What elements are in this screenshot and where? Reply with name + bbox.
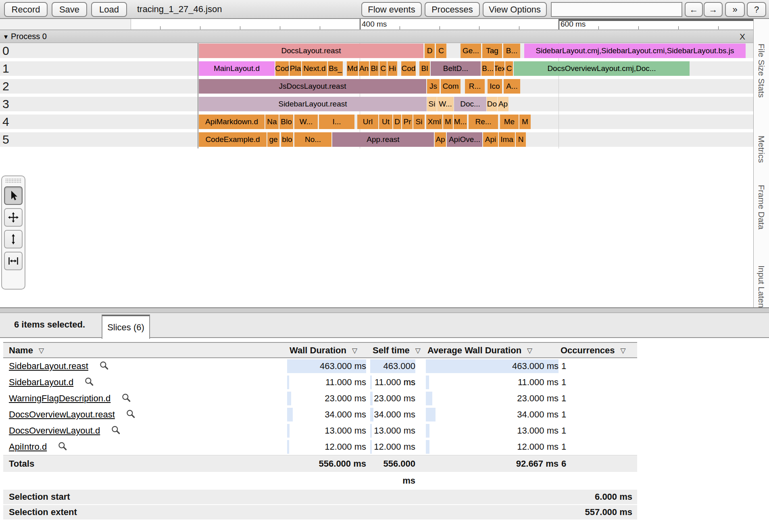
trace-slice[interactable]: Tex [495,61,504,76]
column-header-wall-duration[interactable]: Wall Duration▽ [290,343,357,358]
magnifier-button[interactable] [125,409,136,421]
record-button[interactable]: Record [4,2,48,17]
palette-drag-handle[interactable] [6,179,21,184]
processes-button[interactable]: Processes [425,2,480,17]
tab-slices[interactable]: Slices (6) [102,315,150,339]
panel-splitter[interactable] [0,307,769,313]
trace-slice[interactable]: BeltD... [431,61,481,76]
trace-slice[interactable]: Na [265,115,279,129]
side-tab-file-size-stats[interactable]: File Size Stats [756,44,766,98]
trace-slice[interactable]: Url [357,115,378,129]
trace-slice[interactable]: Do [487,97,497,111]
trace-slice[interactable]: Bl [419,61,430,76]
trace-slice[interactable]: Ico [488,79,502,94]
sort-icon[interactable]: ▽ [415,346,421,355]
timing-tool-button[interactable] [4,252,23,270]
magnifier-button[interactable] [121,392,131,405]
find-previous-button[interactable]: ← [685,2,703,17]
pan-tool-button[interactable] [4,208,23,227]
column-header-self-time[interactable]: Self time▽ [373,343,421,358]
magnifier-button[interactable] [84,376,94,388]
trace-slice[interactable]: Cod [275,61,289,76]
close-process-button[interactable]: X [740,32,745,42]
trace-slice[interactable]: Me [500,115,519,129]
trace-slice[interactable]: Doc... [454,97,486,111]
trace-slice[interactable]: ApiOve... [447,132,482,147]
slice-name-link[interactable]: ApiIntro.d [9,442,47,452]
interest-range-bar[interactable] [559,19,753,21]
trace-slice[interactable]: Ap [498,97,508,111]
magnifier-button[interactable] [57,441,68,453]
trace-slice[interactable]: M [443,115,453,129]
column-header-average-wall-duration[interactable]: Average Wall Duration▽ [427,343,532,358]
trace-slice[interactable]: blo [281,132,293,147]
trace-slice[interactable]: Xml [426,115,442,129]
trace-slice[interactable]: Md [347,61,358,76]
trace-slice[interactable]: C [505,61,513,76]
trace-slice[interactable]: A... [504,79,520,94]
find-next-button[interactable]: → [704,2,723,17]
selection-tool-button[interactable] [4,186,23,205]
view-options-button[interactable]: View Options [483,2,547,17]
column-header-name[interactable]: Name▽ [9,343,44,358]
trace-slice[interactable]: Next.d [302,61,327,76]
slice-name-link[interactable]: DocsOverviewLayout.reast [9,409,115,420]
sort-icon[interactable]: ▽ [352,346,357,355]
magnifier-button[interactable] [99,360,109,372]
trace-slice[interactable]: No... [294,132,331,147]
trace-slice[interactable]: Bl [370,61,379,76]
trace-slice[interactable]: Si [427,97,437,111]
slice-name-link[interactable]: SidebarLayout.reast [9,361,88,371]
trace-slice[interactable]: Com [441,79,461,94]
trace-slice[interactable]: Bs_ [328,61,343,76]
trace-slice[interactable]: R... [465,79,485,94]
trace-slice[interactable]: SidebarLayout.cmj,SidebarLayout.cmi,Side… [524,44,746,58]
trace-slice[interactable]: D [425,44,435,58]
trace-slice[interactable]: N [516,132,526,147]
sort-icon[interactable]: ▽ [527,346,532,355]
trace-slice[interactable]: Hi [388,61,397,76]
trace-slice[interactable]: D [393,115,401,129]
trace-slice[interactable]: ApiMarkdown.d [199,115,265,129]
trace-slice[interactable]: DocsLayout.reast [199,44,423,58]
slice-name-link[interactable]: SidebarLayout.d [9,377,73,388]
flow-events-button[interactable]: Flow events [361,2,422,17]
slice-name-link[interactable]: DocsOverviewLayout.d [9,426,100,436]
slice-name-link[interactable]: WarningFlagDescription.d [9,393,110,404]
trace-slice[interactable]: MainLayout.d [199,61,275,76]
column-header-occurrences[interactable]: Occurrences▽ [561,343,626,358]
trace-slice[interactable]: M [519,115,531,129]
trace-slice[interactable]: ge [267,132,279,147]
trace-slice[interactable]: C [379,61,387,76]
trace-slice[interactable]: Si [413,115,425,129]
trace-slice[interactable]: Ima [499,132,515,147]
trace-slice[interactable]: DocsOverviewLayout.cmj,Doc... [514,61,690,76]
trace-slice[interactable]: Tag [482,44,502,58]
trace-slice[interactable]: Api [483,132,498,147]
process-header[interactable]: ▾ Process 0 X [0,30,753,43]
trace-slice[interactable]: C [436,44,446,58]
trace-slice[interactable]: W... [294,115,318,129]
side-tab-metrics[interactable]: Metrics [756,136,766,163]
trace-slice[interactable]: An [359,61,369,76]
trace-slice[interactable]: Blo [279,115,293,129]
trace-slice[interactable]: Pr [402,115,413,129]
side-tab-input-latency[interactable]: Input Latency [756,265,766,307]
trace-slice[interactable]: Cod [401,61,416,76]
help-button[interactable]: ? [747,2,766,17]
trace-slice[interactable]: Ut [379,115,392,129]
trace-slice[interactable]: JsDocsLayout.reast [199,79,426,94]
trace-slice[interactable]: B... [503,44,520,58]
sort-icon[interactable]: ▽ [39,346,44,355]
save-button[interactable]: Save [52,2,87,17]
trace-slice[interactable]: Ge... [461,44,481,58]
magnifier-button[interactable] [110,425,121,437]
side-tab-frame-data[interactable]: Frame Data [756,185,766,229]
trace-slice[interactable]: W... [437,97,454,111]
trace-slice[interactable]: SidebarLayout.reast [199,97,427,111]
trace-slice[interactable]: B... [481,61,494,76]
collapse-triangle-icon[interactable]: ▾ [4,32,8,41]
trace-slice[interactable]: Re... [469,115,498,129]
load-button[interactable]: Load [91,2,127,17]
trace-slice[interactable]: Ap [435,132,446,147]
